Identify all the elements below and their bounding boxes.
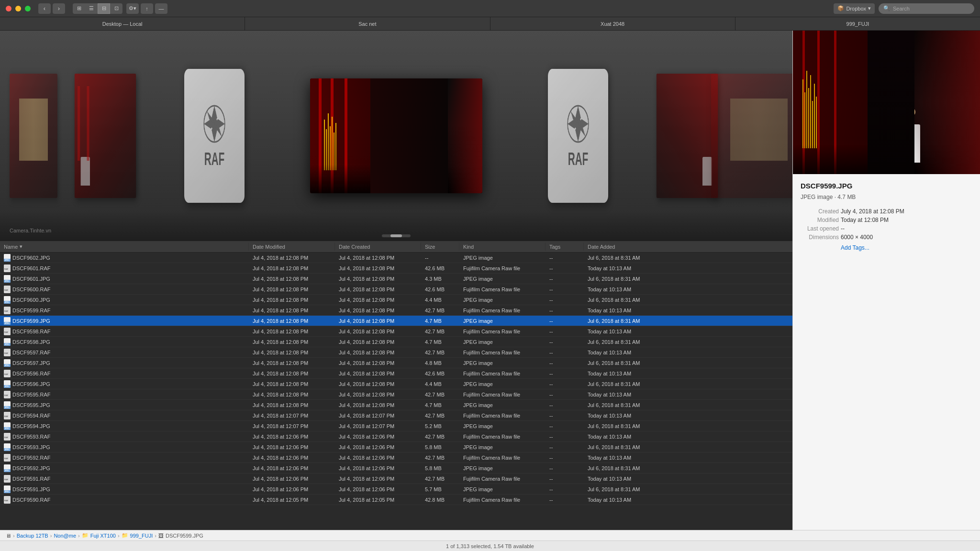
meta-dimensions-row: Dimensions 6000 × 4000: [801, 234, 972, 241]
file-row[interactable]: JPG DSCF9591.JPG Jul 4, 2018 at 12:06 PM…: [0, 484, 792, 495]
file-row[interactable]: JPG DSCF9592.JPG Jul 4, 2018 at 12:06 PM…: [0, 463, 792, 474]
col-header-size[interactable]: Size: [421, 242, 459, 251]
preview-info: DSCF9599.JPG JPEG image · 4.7 MB Created…: [793, 174, 980, 530]
cell-name: JPG DSCF9602.JPG: [0, 254, 249, 262]
breadcrumb-nonme[interactable]: Non@me: [54, 533, 76, 539]
cell-size: 42.7 MB: [421, 476, 459, 482]
coverflow-area[interactable]: RAF: [0, 31, 792, 241]
cell-date-cre: Jul 4, 2018 at 12:06 PM: [335, 465, 421, 471]
file-row[interactable]: RAF DSCF9594.RAF Jul 4, 2018 at 12:07 PM…: [0, 410, 792, 421]
breadcrumb-999fuji[interactable]: 999_FUJI: [130, 533, 153, 539]
coverflow-bg: RAF: [0, 31, 792, 241]
cell-tags: --: [546, 413, 584, 419]
back-button[interactable]: ‹: [38, 3, 51, 14]
cell-date-add: Today at 10:13 AM: [584, 455, 792, 461]
coverflow-raf-right[interactable]: RAF: [548, 69, 608, 203]
file-row[interactable]: RAF DSCF9599.RAF Jul 4, 2018 at 12:08 PM…: [0, 305, 792, 316]
maximize-button[interactable]: [25, 6, 31, 11]
file-row[interactable]: JPG DSCF9593.JPG Jul 4, 2018 at 12:06 PM…: [0, 442, 792, 452]
file-row[interactable]: RAF DSCF9595.RAF Jul 4, 2018 at 12:08 PM…: [0, 389, 792, 400]
cell-kind: Fujifilm Camera Raw file: [459, 455, 546, 461]
raf-aperture-icon-left: [202, 102, 227, 145]
cell-size: 4.7 MB: [421, 339, 459, 345]
icon-view-button[interactable]: ⊞: [73, 3, 85, 14]
cell-date-mod: Jul 4, 2018 at 12:08 PM: [249, 339, 335, 345]
preview-image-area: [793, 31, 980, 174]
svg-text:RAF: RAF: [4, 499, 9, 502]
col-header-date-mod[interactable]: Date Modified: [249, 242, 335, 251]
cell-name: JPG DSCF9594.JPG: [0, 422, 249, 430]
location-sacnet[interactable]: Sac net: [245, 17, 490, 30]
breadcrumb-fujixt100[interactable]: Fuji XT100: [90, 533, 116, 539]
file-row[interactable]: JPG DSCF9601.JPG Jul 4, 2018 at 12:08 PM…: [0, 274, 792, 284]
col-header-date-add[interactable]: Date Added: [584, 242, 792, 251]
file-row[interactable]: RAF DSCF9590.RAF Jul 4, 2018 at 12:05 PM…: [0, 495, 792, 505]
status-bar: 1 of 1,313 selected, 1.54 TB available: [0, 540, 980, 551]
right-far-inner: [711, 74, 792, 198]
svg-text:JPG: JPG: [5, 301, 9, 303]
raf-icon: RAF: [4, 264, 11, 272]
title-bar: ‹ › ⊞ ☰ ⊟ ⊡ ⚙▾ ↑ — 📦 Dropbox ▾ 🔍 Search: [0, 0, 980, 17]
dropbox-button[interactable]: 📦 Dropbox ▾: [834, 3, 875, 14]
tag-button[interactable]: —: [155, 3, 167, 14]
file-list-area[interactable]: Name ▾ Date Modified Date Created Size K…: [0, 241, 792, 530]
file-row[interactable]: JPG DSCF9599.JPG Jul 4, 2018 at 12:08 PM…: [0, 316, 792, 326]
coverflow-raf-left[interactable]: RAF: [184, 69, 245, 203]
add-tags-link[interactable]: Add Tags...: [841, 244, 869, 251]
file-row[interactable]: RAF DSCF9592.RAF Jul 4, 2018 at 12:06 PM…: [0, 452, 792, 463]
center-image-inner: [310, 78, 482, 193]
column-view-button[interactable]: ⊡: [110, 3, 122, 14]
file-row[interactable]: JPG DSCF9597.JPG Jul 4, 2018 at 12:08 PM…: [0, 358, 792, 368]
cell-size: --: [421, 255, 459, 261]
minimize-button[interactable]: [15, 6, 21, 11]
file-row[interactable]: JPG DSCF9596.JPG Jul 4, 2018 at 12:08 PM…: [0, 379, 792, 389]
cell-date-add: Today at 10:13 AM: [584, 265, 792, 271]
search-icon: 🔍: [883, 5, 890, 11]
close-button[interactable]: [6, 6, 11, 11]
file-row[interactable]: JPG DSCF9594.JPG Jul 4, 2018 at 12:07 PM…: [0, 421, 792, 431]
sort-button[interactable]: ⚙▾: [126, 3, 139, 14]
coverflow-center-image[interactable]: DSCF9599.JPG: [310, 78, 482, 193]
cell-kind: Fujifilm Camera Raw file: [459, 287, 546, 292]
breadcrumb-backup[interactable]: Backup 12TB: [17, 533, 48, 539]
raf-icon: RAF: [4, 328, 11, 335]
forward-button[interactable]: ›: [53, 3, 65, 14]
raf-icon: RAF: [4, 307, 11, 314]
search-box[interactable]: 🔍 Search: [879, 3, 974, 14]
nav-arrows: ‹ ›: [38, 3, 65, 14]
file-row[interactable]: JPG DSCF9595.JPG Jul 4, 2018 at 12:08 PM…: [0, 400, 792, 410]
location-xuat2048[interactable]: Xuat 2048: [490, 17, 735, 30]
cell-date-add: Jul 6, 2018 at 8:31 AM: [584, 423, 792, 429]
list-view-button[interactable]: ☰: [85, 3, 98, 14]
cell-tags: --: [546, 497, 584, 503]
coverflow-view-button[interactable]: ⊟: [98, 3, 110, 14]
file-row[interactable]: RAF DSCF9601.RAF Jul 4, 2018 at 12:08 PM…: [0, 263, 792, 274]
file-row[interactable]: RAF DSCF9597.RAF Jul 4, 2018 at 12:08 PM…: [0, 347, 792, 358]
svg-text:RAF: RAF: [4, 457, 9, 460]
cell-date-mod: Jul 4, 2018 at 12:08 PM: [249, 360, 335, 366]
cell-date-mod: Jul 4, 2018 at 12:06 PM: [249, 486, 335, 492]
file-row[interactable]: RAF DSCF9593.RAF Jul 4, 2018 at 12:06 PM…: [0, 431, 792, 442]
cell-date-cre: Jul 4, 2018 at 12:08 PM: [335, 255, 421, 261]
location-desktop[interactable]: Desktop — Local: [0, 17, 245, 30]
cell-name: JPG DSCF9595.JPG: [0, 401, 249, 409]
file-row[interactable]: RAF DSCF9591.RAF Jul 4, 2018 at 12:06 PM…: [0, 474, 792, 484]
col-header-date-cre[interactable]: Date Created: [335, 242, 421, 251]
jpg-icon: JPG: [4, 485, 11, 493]
file-row[interactable]: RAF DSCF9596.RAF Jul 4, 2018 at 12:08 PM…: [0, 368, 792, 379]
col-header-name[interactable]: Name ▾: [0, 242, 249, 251]
col-header-tags[interactable]: Tags: [546, 242, 584, 251]
coverflow-scrollbar[interactable]: [382, 234, 411, 237]
file-row[interactable]: RAF DSCF9600.RAF Jul 4, 2018 at 12:08 PM…: [0, 284, 792, 295]
file-row[interactable]: JPG DSCF9600.JPG Jul 4, 2018 at 12:08 PM…: [0, 295, 792, 305]
cell-name: RAF DSCF9600.RAF: [0, 286, 249, 293]
col-header-kind[interactable]: Kind: [459, 242, 546, 251]
file-row[interactable]: RAF DSCF9598.RAF Jul 4, 2018 at 12:08 PM…: [0, 326, 792, 337]
cell-date-mod: Jul 4, 2018 at 12:06 PM: [249, 455, 335, 461]
action-button[interactable]: ↑: [141, 3, 153, 14]
file-row[interactable]: JPG DSCF9602.JPG Jul 4, 2018 at 12:08 PM…: [0, 253, 792, 263]
svg-text:JPG: JPG: [5, 322, 9, 324]
cell-tags: --: [546, 287, 584, 292]
file-row[interactable]: JPG DSCF9598.JPG Jul 4, 2018 at 12:08 PM…: [0, 337, 792, 347]
location-999fuji[interactable]: 999_FUJI: [735, 17, 980, 30]
